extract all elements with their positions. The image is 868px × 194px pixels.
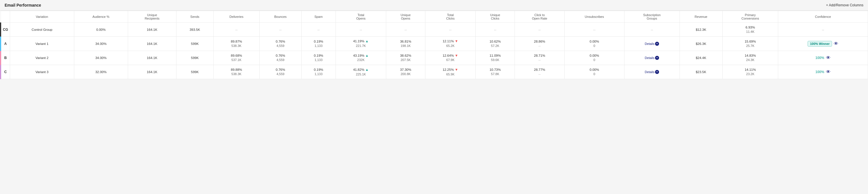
- audience-cell: 34.00%: [74, 51, 128, 65]
- primary-conversions-cell: 15.69%25.7K: [722, 37, 778, 51]
- spam-cell: 0.19%1,133: [301, 51, 336, 65]
- confidence-cell: 100% Winner 👁: [778, 37, 868, 51]
- variation-name: Variant 2: [35, 56, 48, 60]
- spam-value: --: [317, 28, 320, 31]
- subscription-groups-value: --: [651, 28, 653, 31]
- subscription-groups-cell[interactable]: Details ▾: [624, 37, 680, 51]
- confidence-cell: --: [778, 23, 868, 37]
- col-unique-clicks: UniqueClicks: [476, 11, 515, 23]
- subscription-details-button[interactable]: Details ▾: [645, 70, 659, 74]
- primary-conversions-cell: 14.83%24.3K: [722, 51, 778, 65]
- variation-cell: Variant 1: [10, 37, 74, 51]
- confidence-cell: 100% 👁: [778, 51, 868, 65]
- col-spam: Spam: [301, 11, 336, 23]
- unique-opens-cell: 36.81%198.1K: [386, 37, 425, 51]
- click-to-open-cell: 28.86%--: [515, 37, 564, 51]
- col-unique-recipients: UniqueRecipients: [128, 11, 176, 23]
- col-audience: Audience %: [74, 11, 128, 23]
- total-opens-cell: 43.19% ▲232K: [336, 51, 386, 65]
- audience-value: 34.00%: [95, 42, 106, 45]
- revenue-value: $23.5K: [695, 70, 706, 74]
- col-variation: Variation: [10, 11, 74, 23]
- add-remove-columns-button[interactable]: + Add/Remove Columns: [826, 3, 863, 7]
- deliveries-value: --: [236, 28, 238, 31]
- variation-cell: Control Group: [10, 23, 74, 37]
- unsubscribes-cell: --: [564, 23, 624, 37]
- table-row: BVariant 234.00%164.1K599K89.68%537.1K0.…: [1, 51, 868, 65]
- revenue-value: $12.3K: [695, 28, 706, 31]
- revenue-cell: $24.4K: [680, 51, 722, 65]
- bounces-value: --: [279, 28, 282, 31]
- bounces-cell: 0.76%4,559: [259, 51, 302, 65]
- unique-recipients-cell: 164.1K: [128, 37, 176, 51]
- unique-recipients-cell: 164.1K: [128, 23, 176, 37]
- sends-value: 599K: [191, 70, 198, 74]
- unique-recipients-value: 164.1K: [147, 70, 157, 74]
- row-id-label: A: [4, 42, 7, 46]
- subscription-details-button[interactable]: Details ▾: [645, 42, 659, 46]
- row-id-label: CG: [3, 28, 8, 32]
- audience-cell: 32.00%: [74, 65, 128, 79]
- section-title: Email Performance: [5, 3, 41, 7]
- unsubscribes-cell: 0.00%0: [564, 37, 624, 51]
- total-clicks-cell: 12.25% ▼65.9K: [425, 65, 475, 79]
- unique-clicks-value: --: [494, 28, 496, 31]
- primary-conversions-cell: 14.11%23.2K: [722, 65, 778, 79]
- sends-value: 599K: [191, 42, 198, 45]
- unique-opens-cell: --: [386, 23, 425, 37]
- up-arrow-icon: ▲: [365, 39, 369, 43]
- table-row: CGControl Group0.00%164.1K393.5K--------…: [1, 23, 868, 37]
- table-row: CVariant 332.00%164.1K599K89.88%538.3K0.…: [1, 65, 868, 79]
- table-body: CGControl Group0.00%164.1K393.5K--------…: [1, 23, 868, 79]
- col-total-opens: TotalOpens: [336, 11, 386, 23]
- subscription-groups-cell: --: [624, 23, 680, 37]
- chevron-down-icon: ▾: [655, 56, 659, 60]
- revenue-value: $24.4K: [695, 56, 706, 60]
- winner-badge: 100% Winner: [808, 41, 832, 46]
- row-id-cell: B: [1, 51, 10, 65]
- unique-opens-cell: 37.30%200.8K: [386, 65, 425, 79]
- audience-value: 32.00%: [95, 70, 106, 74]
- unique-opens-value: --: [405, 28, 407, 31]
- click-to-open-cell: 28.71%--: [515, 51, 564, 65]
- total-opens-cell: 41.19% ▲221.7K: [336, 37, 386, 51]
- down-arrow-icon: ▼: [455, 54, 458, 58]
- confidence-badge: 100%: [815, 56, 824, 60]
- unique-clicks-cell: 10.73%57.8K: [476, 65, 515, 79]
- unique-opens-cell: 38.62%207.5K: [386, 51, 425, 65]
- eye-icon[interactable]: 👁: [826, 55, 831, 60]
- subscription-groups-cell[interactable]: Details ▾: [624, 51, 680, 65]
- col-subscription-groups: SubscriptionGroups: [624, 11, 680, 23]
- revenue-value: $26.3K: [695, 42, 706, 45]
- audience-cell: 0.00%: [74, 23, 128, 37]
- col-sends: Sends: [176, 11, 213, 23]
- sends-cell: 599K: [176, 51, 213, 65]
- col-click-to-open: Click toOpen Rate: [515, 11, 564, 23]
- up-arrow-icon: ▲: [365, 68, 369, 72]
- deliveries-cell: 89.87%538.3K: [213, 37, 259, 51]
- confidence-cell: 100% 👁: [778, 65, 868, 79]
- bounces-cell: --: [259, 23, 302, 37]
- deliveries-cell: --: [213, 23, 259, 37]
- revenue-cell: $26.3K: [680, 37, 722, 51]
- sends-cell: 393.5K: [176, 23, 213, 37]
- subscription-details-button[interactable]: Details ▾: [645, 56, 659, 60]
- subscription-groups-cell[interactable]: Details ▾: [624, 65, 680, 79]
- row-id-cell: CG: [1, 23, 10, 37]
- unique-clicks-cell: 11.09%59.6K: [476, 51, 515, 65]
- eye-icon[interactable]: 👁: [834, 41, 838, 46]
- total-opens-cell: 41.82% ▲225.1K: [336, 65, 386, 79]
- variation-name: Control Group: [32, 28, 52, 31]
- click-to-open-cell: --: [515, 23, 564, 37]
- eye-icon[interactable]: 👁: [826, 69, 831, 74]
- total-opens-value: --: [360, 28, 362, 31]
- chevron-down-icon: ▾: [655, 70, 659, 74]
- chevron-down-icon: ▾: [655, 42, 659, 46]
- confidence-value: --: [822, 28, 824, 31]
- total-clicks-cell: --: [425, 23, 475, 37]
- spam-cell: --: [301, 23, 336, 37]
- audience-value: 0.00%: [96, 28, 105, 31]
- unique-clicks-cell: --: [476, 23, 515, 37]
- total-opens-cell: --: [336, 23, 386, 37]
- unsubscribes-cell: 0.00%0: [564, 65, 624, 79]
